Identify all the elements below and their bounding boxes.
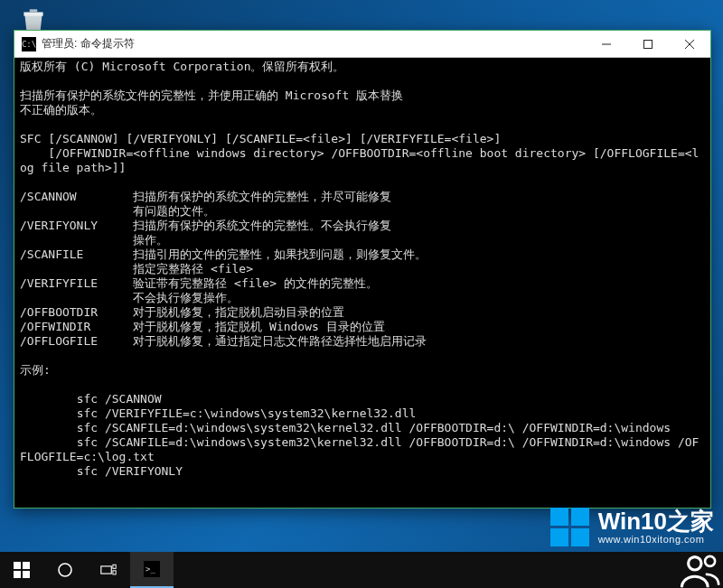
svg-rect-7	[113, 565, 116, 568]
taskbar: >_	[0, 552, 723, 588]
desktop: C:\ 管理员: 命令提示符 版权所有 (C) Microsoft Corpor…	[0, 0, 723, 588]
cmd-window: C:\ 管理员: 命令提示符 版权所有 (C) Microsoft Corpor…	[14, 30, 711, 509]
svg-rect-3	[14, 571, 21, 578]
svg-rect-6	[101, 566, 111, 574]
titlebar[interactable]: C:\ 管理员: 命令提示符	[14, 31, 710, 58]
brand-url: www.win10xitong.com	[598, 535, 714, 545]
windows-flag-icon	[550, 508, 589, 546]
close-button[interactable]	[669, 31, 710, 57]
svg-point-5	[59, 564, 71, 576]
minimize-button[interactable]	[586, 31, 627, 57]
maximize-button[interactable]	[627, 31, 669, 57]
start-button[interactable]	[0, 552, 43, 588]
svg-rect-1	[14, 562, 21, 569]
terminal-output[interactable]: 版权所有 (C) Microsoft Corporation。保留所有权利。 扫…	[14, 58, 710, 508]
svg-rect-2	[23, 562, 30, 569]
cmd-icon: C:\	[22, 37, 36, 51]
brand-name: Win10之家	[598, 509, 714, 533]
svg-point-12	[705, 556, 715, 566]
cortana-button[interactable]	[43, 552, 87, 588]
svg-text:>_: >_	[146, 565, 155, 574]
svg-point-11	[689, 557, 701, 570]
svg-rect-4	[23, 571, 30, 578]
svg-rect-0	[644, 40, 653, 48]
watermark-logo: Win10之家 www.win10xitong.com	[550, 508, 714, 546]
taskview-button[interactable]	[87, 552, 130, 588]
svg-rect-8	[113, 571, 116, 574]
taskbar-app-cmd[interactable]: >_	[130, 552, 174, 588]
window-title: 管理员: 命令提示符	[42, 36, 135, 51]
people-button[interactable]	[680, 552, 723, 588]
